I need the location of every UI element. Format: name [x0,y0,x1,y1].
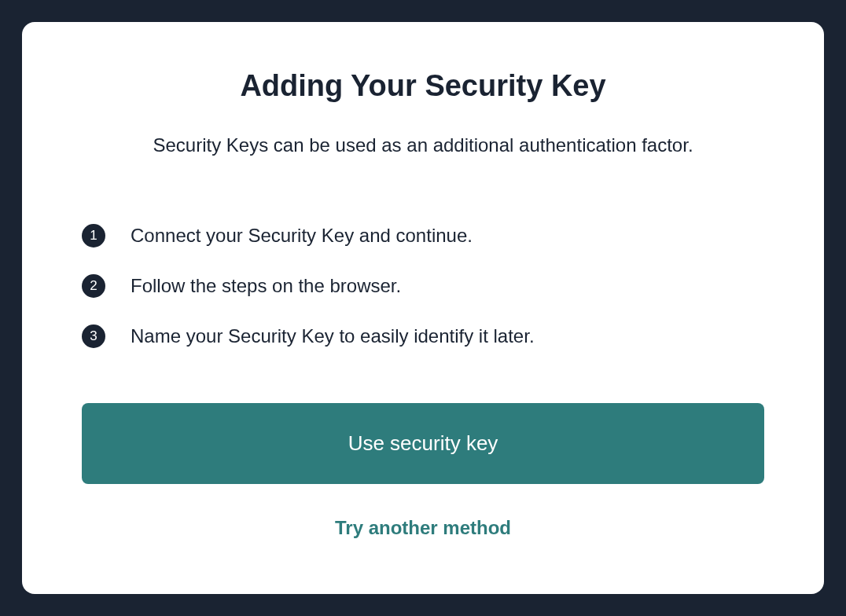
security-key-modal: Adding Your Security Key Security Keys c… [22,22,824,594]
step-item: 1 Connect your Security Key and continue… [82,224,764,248]
step-text: Connect your Security Key and continue. [131,225,473,247]
step-number-badge: 1 [82,224,105,248]
step-number-badge: 2 [82,274,105,298]
try-another-method-link[interactable]: Try another method [82,517,764,539]
use-security-key-button[interactable]: Use security key [82,403,764,484]
step-text: Name your Security Key to easily identif… [131,325,535,347]
step-number-badge: 3 [82,324,105,348]
step-item: 2 Follow the steps on the browser. [82,274,764,298]
step-text: Follow the steps on the browser. [131,275,401,297]
modal-subtitle: Security Keys can be used as an addition… [82,134,764,156]
steps-list: 1 Connect your Security Key and continue… [82,224,764,348]
step-item: 3 Name your Security Key to easily ident… [82,324,764,348]
modal-title: Adding Your Security Key [82,69,764,103]
